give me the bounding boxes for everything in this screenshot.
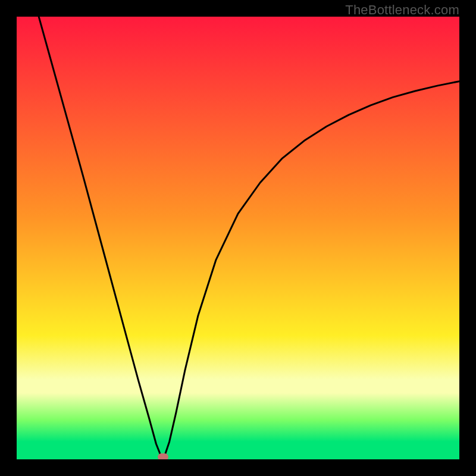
watermark-text: TheBottleneck.com	[345, 2, 459, 18]
chart-frame	[17, 17, 459, 459]
optimal-point-marker	[158, 453, 168, 459]
bottleneck-curve	[17, 17, 459, 459]
